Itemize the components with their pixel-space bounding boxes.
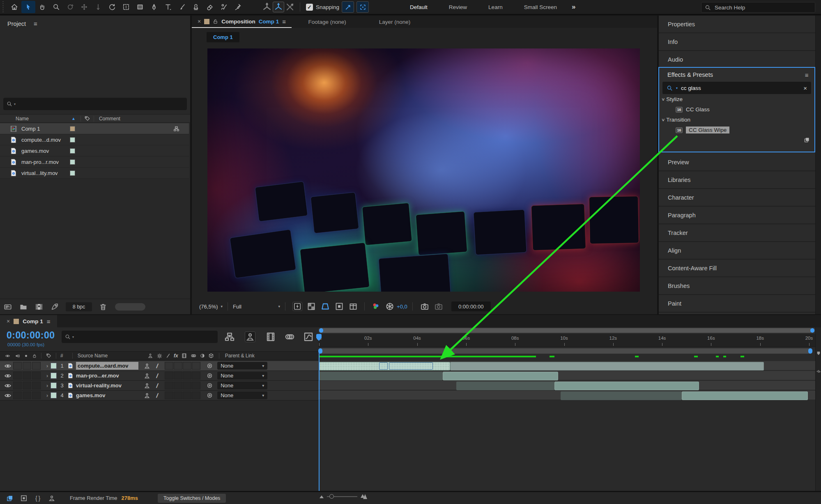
- layer-duration-bar[interactable]: [319, 372, 443, 380]
- composition-viewport-image[interactable]: [207, 48, 640, 292]
- layer-row[interactable]: › 1 compute...oard.mov / None▾: [0, 361, 318, 371]
- project-item-name[interactable]: games.mov: [21, 148, 70, 154]
- motion-blur-switch-icon[interactable]: [190, 353, 197, 359]
- lock-column-icon[interactable]: [32, 353, 37, 359]
- panel-tab-info[interactable]: Info: [659, 33, 815, 51]
- layer-name[interactable]: man-pro...er.mov: [76, 373, 138, 379]
- zoom-tool-icon[interactable]: [49, 1, 63, 13]
- effect-item-cc-glass-wipe[interactable]: 16 CC Glass Wipe: [659, 125, 814, 135]
- layer-duration-bar[interactable]: [443, 372, 558, 380]
- expand-layer-icon[interactable]: ›: [46, 363, 48, 369]
- sort-ascending-icon[interactable]: ▲: [71, 116, 76, 121]
- collapse-icon[interactable]: ∨: [661, 117, 665, 122]
- shy-toggle-icon[interactable]: [143, 392, 151, 399]
- layer-name[interactable]: virtual-reality.mov: [76, 382, 138, 389]
- workspace-tab-small-screen[interactable]: Small Screen: [513, 4, 568, 10]
- project-item-row[interactable]: man-pro...r.mov: [0, 156, 189, 168]
- timeline-comp-tab[interactable]: × Comp 1 ≡: [0, 315, 57, 327]
- label-color-swatch[interactable]: [70, 126, 75, 131]
- project-item-name[interactable]: Comp 1: [21, 126, 70, 132]
- eraser-tool-icon[interactable]: [203, 1, 217, 13]
- hide-shy-layers-icon[interactable]: [245, 331, 255, 342]
- new-folder-icon[interactable]: [19, 303, 28, 311]
- layer-row[interactable]: › 2 man-pro...er.mov / None▾: [0, 371, 318, 381]
- audio-toggle-cell[interactable]: [13, 391, 22, 399]
- frame-blend-switch-icon[interactable]: [181, 353, 187, 359]
- layer-duration-bar[interactable]: [450, 362, 764, 371]
- project-item-name[interactable]: man-pro...r.mov: [21, 159, 70, 165]
- shape-tool-icon[interactable]: [133, 1, 147, 13]
- shy-toggle-icon[interactable]: [143, 363, 151, 369]
- project-bit-depth-button[interactable]: 8 bpc: [66, 302, 92, 311]
- solo-toggle-cell[interactable]: [23, 382, 31, 389]
- expand-layer-icon[interactable]: ›: [46, 373, 48, 379]
- video-column-icon[interactable]: [4, 353, 11, 359]
- layer-duration-bar[interactable]: [456, 382, 554, 390]
- layer-color-swatch[interactable]: [51, 382, 57, 389]
- solo-column-icon[interactable]: [24, 354, 28, 358]
- effects-search-box[interactable]: ▾ ×: [662, 82, 811, 94]
- workspace-tab-learn[interactable]: Learn: [478, 4, 513, 10]
- threed-layer-switch-icon[interactable]: [208, 353, 214, 359]
- toolbar-grip[interactable]: [1, 1, 7, 13]
- resolution-dropdown[interactable]: Full ▾: [233, 304, 280, 310]
- column-comment[interactable]: Comment: [99, 116, 120, 122]
- viewer-menu-icon[interactable]: ≡: [282, 18, 286, 25]
- lock-toggle-cell[interactable]: [32, 362, 41, 370]
- parent-dropdown[interactable]: None▾: [217, 391, 267, 399]
- parent-pickwhip-icon[interactable]: [206, 392, 213, 399]
- composition-breadcrumb[interactable]: Comp 1: [207, 32, 239, 42]
- footage-tab[interactable]: Footage (none): [292, 19, 362, 25]
- timeline-search-input[interactable]: [76, 334, 214, 340]
- current-time-display[interactable]: 0:00:00:00: [7, 330, 55, 341]
- exposure-reset-icon[interactable]: [385, 302, 395, 311]
- zoom-in-icon[interactable]: [361, 494, 367, 499]
- quality-toggle-icon[interactable]: /: [156, 392, 159, 399]
- parent-pickwhip-icon[interactable]: [206, 362, 213, 369]
- clone-stamp-tool-icon[interactable]: [189, 1, 203, 13]
- project-search-box[interactable]: ▾: [3, 98, 187, 110]
- panel-tab-audio[interactable]: Audio: [659, 51, 815, 69]
- project-item-row[interactable]: compute...d.mov: [0, 134, 189, 145]
- home-tool-icon[interactable]: [7, 1, 21, 13]
- unlock-icon[interactable]: [213, 18, 218, 24]
- layer-duration-bar[interactable]: [682, 391, 808, 400]
- project-panel-menu-icon[interactable]: ≡: [34, 20, 37, 27]
- layer-row[interactable]: › 4 games.mov / None▾: [0, 391, 318, 400]
- channel-select-icon[interactable]: [371, 302, 381, 311]
- video-toggle-icon[interactable]: [3, 392, 12, 399]
- composition-tab[interactable]: × Composition Comp 1 ≡: [192, 16, 292, 28]
- label-color-swatch[interactable]: [70, 137, 75, 143]
- shy-toggle-icon[interactable]: [143, 373, 151, 379]
- layer-duration-bar[interactable]: [561, 391, 682, 400]
- panel-tab-libraries[interactable]: Libraries: [659, 171, 815, 189]
- label-color-swatch[interactable]: [70, 170, 75, 176]
- hand-tool-icon[interactable]: [35, 1, 49, 13]
- panel-tab-preview[interactable]: Preview: [659, 154, 815, 171]
- zoom-slider-handle[interactable]: [329, 494, 334, 499]
- quality-toggle-icon[interactable]: /: [156, 382, 159, 389]
- toggle-switches-modes-button[interactable]: Toggle Switches / Modes: [158, 494, 226, 503]
- roto-brush-tool-icon[interactable]: [217, 1, 231, 13]
- close-tab-icon[interactable]: ×: [7, 318, 10, 324]
- zoom-out-icon[interactable]: [320, 495, 324, 498]
- audio-toggle-cell[interactable]: [13, 382, 22, 389]
- audio-toggle-cell[interactable]: [13, 362, 22, 370]
- timeline-menu-icon[interactable]: ≡: [47, 318, 51, 325]
- parent-pickwhip-icon[interactable]: [206, 382, 213, 389]
- workspace-overflow-chevrons[interactable]: »: [568, 3, 579, 11]
- region-of-interest-icon[interactable]: [320, 302, 330, 311]
- video-toggle-icon[interactable]: [3, 372, 12, 380]
- view-axis-mode-icon[interactable]: [284, 2, 296, 12]
- layer-color-swatch[interactable]: [51, 392, 57, 398]
- magnification-dropdown[interactable]: (76,5%) ▾: [199, 304, 223, 310]
- quality-switch-icon[interactable]: [166, 353, 171, 359]
- panel-tab-paragraph[interactable]: Paragraph: [659, 207, 815, 224]
- mask-visibility-icon[interactable]: [334, 302, 344, 311]
- layer-color-swatch[interactable]: [51, 363, 57, 369]
- quality-toggle-icon[interactable]: /: [156, 362, 159, 369]
- dolly-camera-tool-icon[interactable]: [91, 1, 105, 13]
- collapse-transformations-icon[interactable]: [156, 353, 163, 359]
- comp-marker-icon[interactable]: [816, 350, 821, 356]
- render-engine-icon[interactable]: [50, 303, 59, 311]
